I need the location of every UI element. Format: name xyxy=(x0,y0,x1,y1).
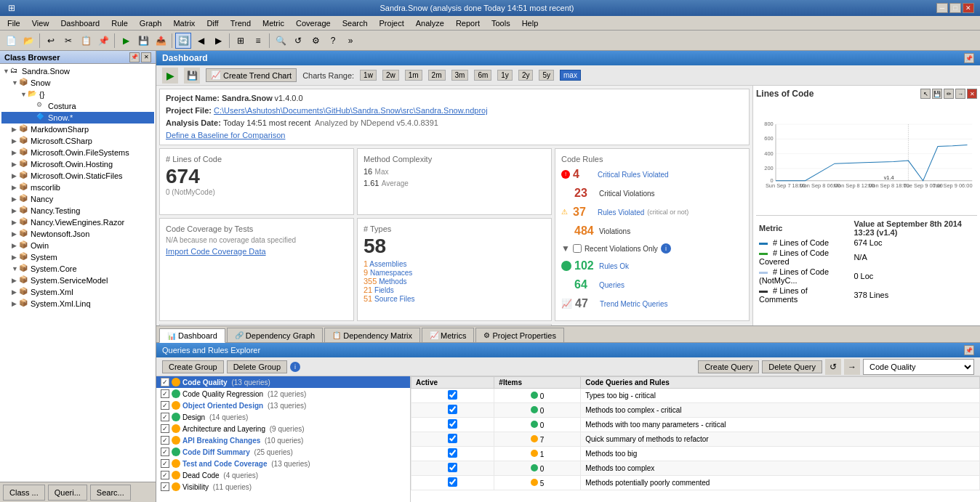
search-nav-btn[interactable]: Searc... xyxy=(90,485,131,501)
tree-item-nancyviewengines[interactable]: ▶ 📦 Nancy.ViewEngines.Razor xyxy=(1,216,154,228)
queries-label[interactable]: Queries xyxy=(599,281,624,289)
menu-analyze[interactable]: Analyze xyxy=(410,17,450,29)
range-2m[interactable]: 2m xyxy=(428,70,446,81)
rules-ok-label[interactable]: Rules Ok xyxy=(599,262,629,270)
rules-violated-count[interactable]: 37 xyxy=(573,206,595,219)
create-query-btn[interactable]: Create Query xyxy=(698,360,759,373)
class-browser-close[interactable]: ✕ xyxy=(141,52,151,62)
tree-item-msowinhosting[interactable]: ▶ 📦 Microsoft.Owin.Hosting xyxy=(1,158,154,170)
toolbar-paste[interactable]: 📌 xyxy=(95,33,111,49)
import-coverage-link[interactable]: Import Code Coverage Data xyxy=(166,247,266,256)
query-panel-pin[interactable]: 📌 xyxy=(964,345,974,355)
ood-checkbox[interactable] xyxy=(161,401,169,410)
recent-violations-checkbox[interactable] xyxy=(573,244,582,253)
tree-item-systemxmllinq[interactable]: ▶ 📦 System.Xml.Linq xyxy=(1,298,154,309)
tree-item-msowinstaticfiles[interactable]: ▶ 📦 Microsoft.Owin.StaticFiles xyxy=(1,170,154,182)
delete-group-btn[interactable]: Delete Group xyxy=(227,360,287,373)
range-max[interactable]: max xyxy=(560,70,581,81)
tree-item-newtonsoft[interactable]: ▶ 📦 Newtonsoft.Json xyxy=(1,228,154,240)
tree-item-snow-selected[interactable]: 🔷 Snow.* xyxy=(1,112,154,124)
menu-matrix[interactable]: Matrix xyxy=(167,17,201,29)
tab-project-properties[interactable]: ⚙ Project Properties xyxy=(475,328,563,342)
toolbar-more[interactable]: » xyxy=(342,33,358,49)
toolbar-settings[interactable]: ⚙ xyxy=(308,33,324,49)
tree-item-braces[interactable]: ▼ 📂 {} xyxy=(1,89,154,100)
range-3m[interactable]: 3m xyxy=(451,70,469,81)
cqr-checkbox[interactable] xyxy=(161,389,169,398)
create-trend-chart-btn[interactable]: 📈 Create Trend Chart xyxy=(206,68,297,82)
menu-trend[interactable]: Trend xyxy=(225,17,257,29)
menu-help[interactable]: Help xyxy=(516,17,545,29)
tab-metrics[interactable]: 📈 Metrics xyxy=(422,328,474,342)
group-api[interactable]: API Breaking Changes (10 queries) xyxy=(156,434,410,446)
group-arch[interactable]: Architecture and Layering (9 queries) xyxy=(156,423,410,434)
trend-metric-count[interactable]: 47 xyxy=(575,297,597,310)
dc-checkbox[interactable] xyxy=(161,471,169,479)
tree-item-snow[interactable]: ▼ 📦 Snow xyxy=(1,77,154,89)
close-button[interactable]: ✕ xyxy=(963,3,974,13)
range-2w[interactable]: 2w xyxy=(382,70,399,81)
toolbar-grid[interactable]: ⊞ xyxy=(233,33,249,49)
toolbar-copy[interactable]: 📋 xyxy=(78,33,94,49)
menu-graph[interactable]: Graph xyxy=(134,17,168,29)
api-checkbox[interactable] xyxy=(161,436,169,445)
toolbar-forward[interactable]: ▶ xyxy=(210,33,226,49)
class-browser-tree[interactable]: ▼ 🗂 Sandra.Snow ▼ 📦 Snow ▼ 📂 {} xyxy=(0,64,156,482)
query-forward-btn[interactable]: → xyxy=(844,359,860,375)
tree-item-nancytesting[interactable]: ▶ 📦 Nancy.Testing xyxy=(1,205,154,216)
baseline-link[interactable]: Define a Baseline for Comparison xyxy=(166,131,285,139)
range-5y[interactable]: 5y xyxy=(539,70,554,81)
critical-violated-label[interactable]: Critical Rules Violated xyxy=(598,171,669,179)
toolbar-reload[interactable]: ↺ xyxy=(290,33,306,49)
vis-checkbox[interactable] xyxy=(161,482,169,491)
tree-item-costura[interactable]: ⚙ Costura xyxy=(1,100,154,112)
critical-violations-count[interactable]: 23 xyxy=(574,187,596,200)
group-code-quality[interactable]: Code Quality (13 queries) xyxy=(156,376,410,388)
recent-info-btn[interactable]: i xyxy=(661,243,671,254)
chart-arrow-icon[interactable]: → xyxy=(955,89,965,99)
dashboard-save-btn[interactable]: 💾 xyxy=(184,68,200,84)
design-checkbox[interactable] xyxy=(161,413,169,421)
menu-search[interactable]: Search xyxy=(337,17,374,29)
rules-violated-label[interactable]: Rules Violated xyxy=(598,209,644,216)
tab-dashboard[interactable]: 📊 Dashboard xyxy=(159,328,225,343)
tree-item-system[interactable]: ▶ 📦 System xyxy=(1,251,154,263)
range-1w[interactable]: 1w xyxy=(360,70,377,81)
delete-query-btn[interactable]: Delete Query xyxy=(762,360,822,373)
dashboard-run-btn[interactable]: ▶ xyxy=(162,68,178,84)
toolbar-search[interactable]: 🔍 xyxy=(273,33,289,49)
tree-item-markdownsharp[interactable]: ▶ 📦 MarkdownSharp xyxy=(1,124,154,135)
menu-diff[interactable]: Diff xyxy=(201,17,224,29)
tree-item-microsoftcsharp[interactable]: ▶ 📦 Microsoft.CSharp xyxy=(1,135,154,147)
class-browser-pin[interactable]: 📌 xyxy=(129,52,140,62)
queries-nav-btn[interactable]: Queri... xyxy=(48,485,87,501)
rules-ok-count[interactable]: 102 xyxy=(574,259,596,272)
menu-rule[interactable]: Rule xyxy=(105,17,134,29)
menu-metric[interactable]: Metric xyxy=(257,17,290,29)
test-checkbox[interactable] xyxy=(161,459,169,468)
queries-count[interactable]: 64 xyxy=(574,278,596,291)
toolbar-export[interactable]: 📤 xyxy=(153,33,169,49)
toolbar-back[interactable]: ◀ xyxy=(193,33,209,49)
toolbar-undo[interactable]: ↩ xyxy=(43,33,59,49)
tree-item-sandra-snow[interactable]: ▼ 🗂 Sandra.Snow xyxy=(1,65,154,77)
tree-item-systemcore[interactable]: ▼ 📦 System.Core xyxy=(1,263,154,275)
range-6m[interactable]: 6m xyxy=(474,70,491,81)
tab-dependency-graph[interactable]: 🔗 Dependency Graph xyxy=(227,328,323,342)
maximize-button[interactable]: □ xyxy=(949,3,961,13)
group-diff[interactable]: Code Diff Summary (25 queries) xyxy=(156,446,410,458)
diff-checkbox[interactable] xyxy=(161,448,169,456)
group-cq-regression[interactable]: Code Quality Regression (12 queries) xyxy=(156,388,410,400)
menu-report[interactable]: Report xyxy=(450,17,486,29)
critical-violated-count[interactable]: 4 xyxy=(573,168,595,181)
chart-edit-icon[interactable]: ✏ xyxy=(944,89,954,99)
group-visibility[interactable]: Visibility (11 queries) xyxy=(156,481,410,493)
range-2y[interactable]: 2y xyxy=(518,70,534,81)
query-info-btn[interactable]: i xyxy=(290,362,300,372)
toolbar-list[interactable]: ≡ xyxy=(250,33,266,49)
menu-file[interactable]: File xyxy=(1,17,26,29)
menu-tools[interactable]: Tools xyxy=(486,17,516,29)
menu-coverage[interactable]: Coverage xyxy=(290,17,337,29)
dashboard-pin-btn[interactable]: 📌 xyxy=(964,53,974,63)
chart-save-icon[interactable]: 💾 xyxy=(932,89,942,99)
